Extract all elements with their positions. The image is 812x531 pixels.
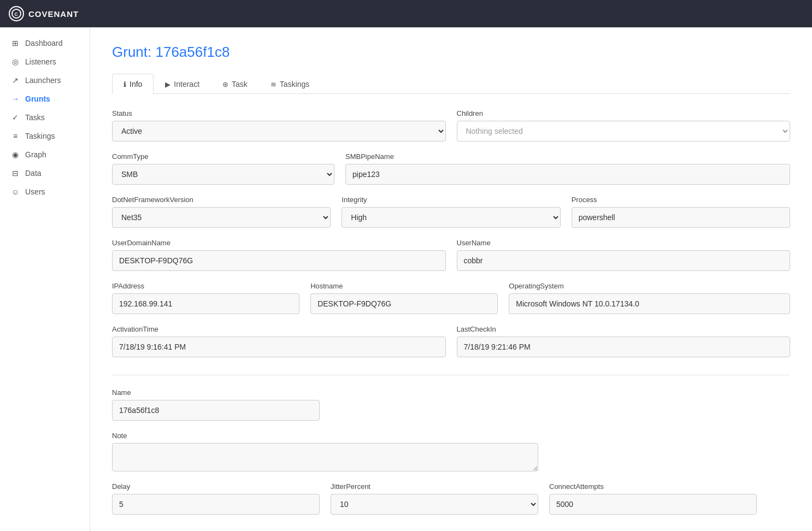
users-icon: ☺ <box>11 187 20 196</box>
userdomain-input[interactable] <box>112 250 446 271</box>
tab-task[interactable]: ⊛ Task <box>211 74 259 94</box>
tab-interact-label: Interact <box>174 80 199 88</box>
note-input[interactable] <box>112 443 538 471</box>
username-input[interactable] <box>457 250 791 271</box>
children-label: Children <box>457 109 791 117</box>
note-label: Note <box>112 432 538 440</box>
sidebar-item-users[interactable]: ☺ Users <box>0 182 90 201</box>
sidebar-label-grunts: Grunts <box>25 95 50 103</box>
info-tab-icon: ℹ <box>123 80 126 88</box>
tab-task-label: Task <box>232 80 248 88</box>
group-name: Name <box>112 388 320 421</box>
name-input[interactable] <box>112 400 320 421</box>
sidebar-item-taskings[interactable]: ≡ Taskings <box>0 127 90 145</box>
group-status: Status Active <box>112 109 446 141</box>
jitter-label: JitterPercent <box>331 482 538 491</box>
sidebar-label-listeners: Listeners <box>25 57 56 66</box>
dotnet-select[interactable]: Net35 <box>112 207 331 228</box>
task-tab-icon: ⊛ <box>222 80 228 88</box>
page-title: Grunt: 176a56f1c8 <box>112 44 790 61</box>
tab-interact[interactable]: ▶ Interact <box>154 74 211 94</box>
group-integrity: Integrity High <box>342 196 560 228</box>
topbar: C COVENANT <box>0 0 812 27</box>
dotnet-label: DotNetFrameworkVersion <box>112 196 331 204</box>
username-label: UserName <box>457 239 791 247</box>
sidebar-label-data: Data <box>25 169 42 178</box>
process-input[interactable] <box>572 207 790 228</box>
tasks-icon: ✓ <box>11 113 20 122</box>
app-name: COVENANT <box>28 9 79 19</box>
hostname-input[interactable] <box>310 293 498 314</box>
smb-pipe-label: SMBPipeName <box>345 152 790 161</box>
row-dotnet-integrity-process: DotNetFrameworkVersion Net35 Integrity H… <box>112 196 790 228</box>
group-lastcheckin: LastCheckIn <box>457 325 791 357</box>
row-commtype-pipe: CommType SMB SMBPipeName <box>112 152 790 185</box>
group-connect: ConnectAttempts <box>549 482 757 515</box>
svg-text:C: C <box>14 11 19 17</box>
sidebar-label-taskings: Taskings <box>25 132 55 140</box>
row-userdomain-username: UserDomainName UserName <box>112 239 790 271</box>
os-input[interactable] <box>509 293 790 314</box>
taskings-icon: ≡ <box>11 132 20 140</box>
group-activation: ActivationTime <box>112 325 446 357</box>
sidebar-item-graph[interactable]: ◉ Graph <box>0 145 90 164</box>
row-name: Name <box>112 388 790 421</box>
sidebar-label-users: Users <box>25 187 45 196</box>
tab-info-label: Info <box>130 80 142 88</box>
group-process: Process <box>572 196 790 228</box>
sidebar-item-launchers[interactable]: ↗ Launchers <box>0 71 90 90</box>
tab-info[interactable]: ℹ Info <box>112 74 154 94</box>
activation-input[interactable] <box>112 337 446 357</box>
tab-taskings[interactable]: ≋ Taskings <box>259 74 321 94</box>
group-dotnet: DotNetFrameworkVersion Net35 <box>112 196 331 228</box>
sidebar-label-graph: Graph <box>25 150 46 159</box>
group-hostname: Hostname <box>310 282 498 314</box>
group-delay: Delay <box>112 482 320 515</box>
data-icon: ⊟ <box>11 169 20 178</box>
commtype-select[interactable]: SMB <box>112 164 334 185</box>
lastcheckin-label: LastCheckIn <box>457 325 791 333</box>
group-jitter: JitterPercent 10 <box>331 482 538 515</box>
sidebar-item-data[interactable]: ⊟ Data <box>0 164 90 182</box>
connect-input[interactable] <box>549 494 757 515</box>
lastcheckin-input[interactable] <box>457 337 791 357</box>
sidebar-item-grunts[interactable]: → Grunts <box>0 90 90 108</box>
group-smb-pipe: SMBPipeName <box>345 152 790 185</box>
hostname-label: Hostname <box>310 282 498 290</box>
children-select[interactable]: Nothing selected <box>457 121 791 141</box>
status-select[interactable]: Active <box>112 121 446 141</box>
activation-label: ActivationTime <box>112 325 446 333</box>
sidebar-label-tasks: Tasks <box>25 113 45 122</box>
group-commtype: CommType SMB <box>112 152 334 185</box>
tab-taskings-label: Taskings <box>280 80 309 88</box>
smb-pipe-input[interactable] <box>345 164 790 185</box>
commtype-label: CommType <box>112 152 334 161</box>
delay-label: Delay <box>112 482 320 491</box>
sidebar-label-launchers: Launchers <box>25 76 61 85</box>
sidebar-item-tasks[interactable]: ✓ Tasks <box>0 108 90 127</box>
group-note: Note <box>112 432 538 471</box>
connect-label: ConnectAttempts <box>549 482 757 491</box>
listeners-icon: ◎ <box>11 57 20 66</box>
form-divider <box>112 375 790 375</box>
ipaddress-input[interactable] <box>112 293 299 314</box>
delay-input[interactable] <box>112 494 320 515</box>
group-children: Children Nothing selected <box>457 109 791 141</box>
row-ip-host-os: IPAddress Hostname OperatingSystem <box>112 282 790 314</box>
interact-tab-icon: ▶ <box>165 80 170 88</box>
dashboard-icon: ⊞ <box>11 39 20 48</box>
grunt-form: Status Active Children Nothing selected … <box>112 109 790 526</box>
sidebar-item-listeners[interactable]: ◎ Listeners <box>0 52 90 71</box>
row-note: Note <box>112 432 790 471</box>
integrity-select[interactable]: High <box>342 207 560 228</box>
os-label: OperatingSystem <box>509 282 790 290</box>
row-activation-checkin: ActivationTime LastCheckIn <box>112 325 790 357</box>
name-label: Name <box>112 388 320 397</box>
jitter-select[interactable]: 10 <box>331 494 538 515</box>
ipaddress-label: IPAddress <box>112 282 299 290</box>
page-title-value: 176a56f1c8 <box>155 44 230 60</box>
group-username: UserName <box>457 239 791 271</box>
sidebar-item-dashboard[interactable]: ⊞ Dashboard <box>0 34 90 52</box>
tabs: ℹ Info ▶ Interact ⊛ Task ≋ Taskings <box>112 74 790 94</box>
status-label: Status <box>112 109 446 117</box>
